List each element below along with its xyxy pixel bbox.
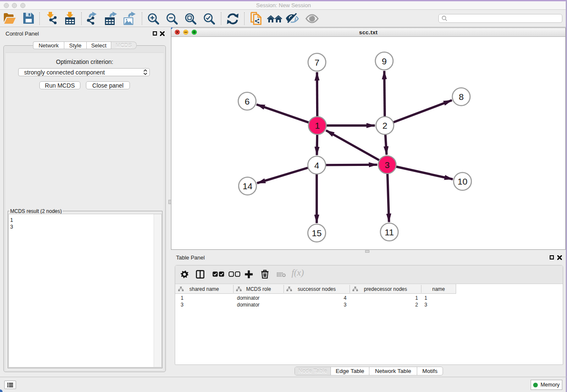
svg-text:10: 10 <box>457 177 467 186</box>
svg-text:15: 15 <box>312 228 322 238</box>
svg-text:2: 2 <box>383 121 388 130</box>
svg-text:11: 11 <box>385 227 394 237</box>
svg-text:7: 7 <box>314 58 319 67</box>
svg-text:6: 6 <box>245 97 250 106</box>
svg-text:14: 14 <box>242 181 253 191</box>
svg-text:4: 4 <box>314 160 319 170</box>
svg-text:3: 3 <box>385 160 390 170</box>
svg-text:9: 9 <box>382 56 387 66</box>
svg-text:1: 1 <box>315 121 320 130</box>
svg-text:8: 8 <box>459 92 464 102</box>
